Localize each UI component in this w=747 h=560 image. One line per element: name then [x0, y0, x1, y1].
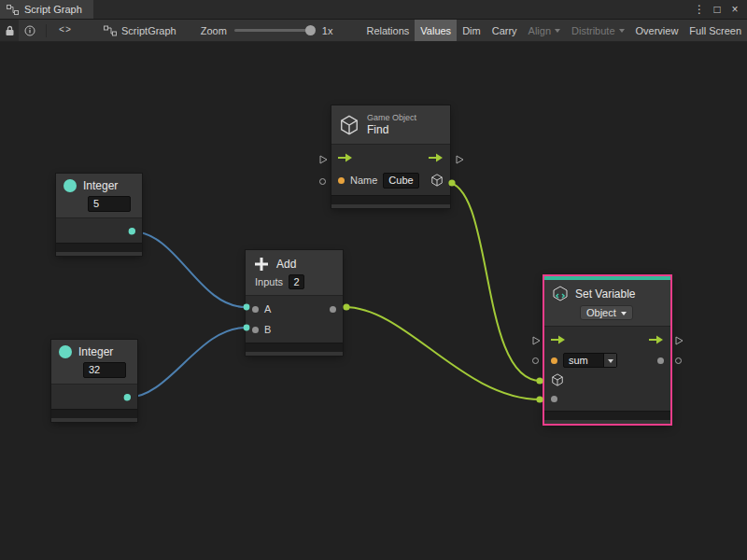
zoom-slider[interactable]	[234, 29, 315, 32]
toolbar-buttons: Relations Values Dim Carry Align Distrib…	[360, 20, 747, 41]
set-variable-icon	[552, 286, 569, 302]
target-gameobject-port[interactable]	[551, 373, 564, 386]
node-title: Find	[367, 123, 416, 136]
node-integer-32[interactable]: Integer 32	[51, 340, 137, 422]
setvariable-output-port-marker[interactable]	[675, 357, 682, 364]
wire-endpoint[interactable]	[343, 303, 349, 310]
fullscreen-label: Full Screen	[689, 25, 741, 36]
maximize-icon[interactable]: □	[710, 1, 725, 18]
node-integer-5[interactable]: Integer 5	[56, 174, 142, 256]
name-input-port[interactable]	[338, 177, 345, 184]
game-object-cube-icon	[339, 115, 359, 135]
align-label: Align	[529, 25, 551, 36]
dim-label: Dim	[462, 25, 481, 36]
window-menu-icon[interactable]: ⋮	[692, 1, 707, 18]
node-footer	[544, 411, 670, 420]
wire-integer5-to-add-a[interactable]	[132, 231, 246, 307]
node-add[interactable]: Add Inputs 2 A B	[246, 250, 343, 356]
dropdown-caret-box	[603, 354, 616, 367]
variable-name-dropdown[interactable]: sum	[563, 353, 617, 368]
flow-output-port[interactable]	[429, 153, 444, 162]
variable-name: sum	[564, 355, 603, 366]
values-button[interactable]: Values	[415, 20, 457, 41]
titlebar: Script Graph ⋮ □ ×	[0, 0, 747, 20]
add-node-header: Add Inputs 2	[246, 250, 343, 295]
zoom-value: 1x	[322, 25, 333, 36]
tab-title: Script Graph	[24, 4, 82, 15]
relations-label: Relations	[366, 25, 409, 36]
info-icon	[24, 25, 35, 36]
dim-button[interactable]: Dim	[457, 20, 486, 41]
distribute-button[interactable]: Distribute	[566, 20, 629, 41]
flow-input-port[interactable]	[551, 335, 566, 344]
variable-name-port[interactable]	[551, 357, 557, 364]
add-input-b-port[interactable]	[252, 327, 259, 333]
name-value-field[interactable]: Cube	[383, 173, 418, 189]
node-set-variable[interactable]: Set Variable Object sum	[544, 276, 670, 424]
node-resize-strip[interactable]	[56, 252, 142, 256]
node-title: Integer	[78, 345, 113, 358]
set-variable-output-port[interactable]	[657, 357, 664, 364]
lock-button[interactable]	[0, 20, 19, 41]
overview-button[interactable]: Overview	[630, 20, 684, 41]
script-graph-window: Script Graph ⋮ □ × <>	[0, 0, 747, 560]
integer-node-header: Integer 32	[51, 340, 137, 384]
integer-icon	[59, 345, 72, 358]
node-gameobject-find[interactable]: Game Object Find Name Cube	[331, 105, 450, 208]
tab-script-graph[interactable]: Script Graph	[0, 0, 93, 19]
lock-icon	[5, 25, 15, 36]
variable-scope-dropdown[interactable]: Object	[580, 305, 633, 320]
dropdown-caret-icon	[621, 312, 627, 315]
dropdown-caret-icon	[619, 29, 625, 33]
zoom-control: Zoom 1x	[201, 25, 333, 36]
node-resize-strip[interactable]	[331, 204, 450, 208]
inputs-count-field[interactable]: 2	[289, 274, 304, 289]
integer-value-field[interactable]: 32	[83, 362, 126, 378]
node-resize-strip[interactable]	[544, 420, 670, 424]
setvariable-flow-out-marker[interactable]	[675, 336, 684, 345]
graph-tab-icon	[7, 5, 19, 15]
add-output-port[interactable]	[330, 306, 336, 313]
toolbar-separator	[46, 24, 47, 37]
wire-find-to-setvariable-target[interactable]	[446, 182, 541, 381]
node-resize-strip[interactable]	[51, 418, 137, 422]
wire-endpoint[interactable]	[536, 396, 543, 402]
setvariable-flow-in-marker[interactable]	[532, 336, 541, 345]
align-button[interactable]: Align	[523, 20, 566, 41]
input-a-label: A	[264, 303, 271, 315]
carry-button[interactable]: Carry	[486, 20, 523, 41]
dropdown-caret-icon	[608, 359, 613, 363]
gameobject-output-port[interactable]	[430, 174, 444, 187]
value-input-port[interactable]	[551, 396, 557, 402]
integer-value-field[interactable]: 5	[88, 196, 131, 212]
close-icon[interactable]: ×	[727, 1, 742, 18]
overview-label: Overview	[636, 25, 679, 36]
node-resize-strip[interactable]	[246, 352, 343, 356]
node-footer	[51, 409, 137, 418]
find-flow-out-marker[interactable]	[456, 155, 464, 164]
wire-endpoint[interactable]	[536, 377, 543, 384]
script-graph-icon	[104, 25, 117, 36]
values-label: Values	[420, 25, 451, 36]
setvariable-name-port-marker[interactable]	[532, 357, 539, 364]
wire-add-to-setvariable-value[interactable]	[345, 307, 541, 399]
zoom-knob[interactable]	[305, 25, 316, 35]
param-label: Name	[350, 175, 377, 186]
relations-button[interactable]: Relations	[360, 20, 415, 41]
node-title: Integer	[83, 179, 118, 192]
node-footer	[56, 243, 142, 252]
find-flow-in-marker[interactable]	[319, 155, 328, 164]
integer-output-port[interactable]	[124, 394, 131, 400]
graph-toolbar: <> ScriptGraph Zoom 1x Relations Values …	[0, 20, 747, 42]
wire-integer32-to-add-b[interactable]	[127, 328, 246, 398]
integer-output-port[interactable]	[129, 228, 135, 234]
flow-output-port[interactable]	[649, 335, 664, 344]
edit-graph-button[interactable]: <>	[51, 20, 79, 41]
window-controls: ⋮ □ ×	[692, 0, 747, 19]
flow-input-port[interactable]	[338, 153, 353, 162]
fullscreen-button[interactable]: Full Screen	[684, 20, 747, 41]
info-button[interactable]	[19, 20, 41, 41]
find-name-port-marker[interactable]	[319, 178, 326, 185]
carry-label: Carry	[492, 25, 517, 36]
add-input-a-port[interactable]	[252, 306, 259, 313]
